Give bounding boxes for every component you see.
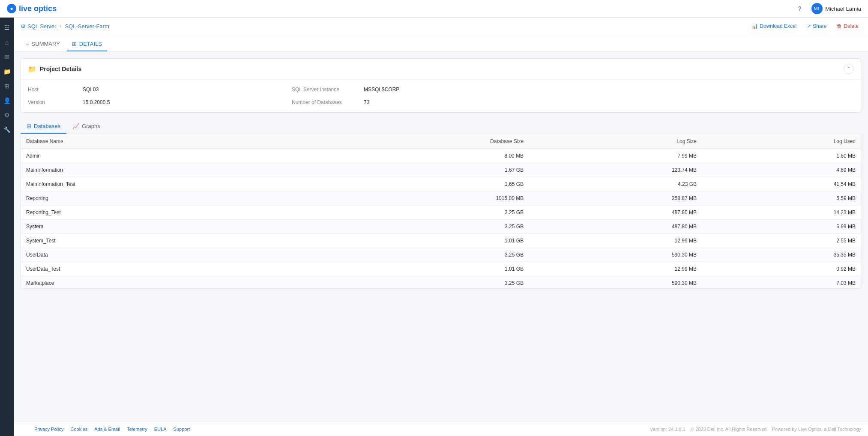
table-row[interactable]: Reporting 1015.00 MB 258.87 MB 5.59 MB xyxy=(21,191,861,206)
cell-db-size: 1.01 GB xyxy=(314,262,529,276)
excel-icon: 📊 xyxy=(751,23,758,29)
cell-log-used: 7.03 MB xyxy=(702,276,861,289)
footer-privacy-policy[interactable]: Privacy Policy xyxy=(34,427,63,432)
footer-ads-email[interactable]: Ads & Email xyxy=(94,427,120,432)
cell-log-used: 14.23 MB xyxy=(702,206,861,220)
cell-log-size: 590.30 MB xyxy=(529,248,702,262)
app-logo[interactable]: ● live optics xyxy=(7,4,57,13)
cell-db-name: Admin xyxy=(21,149,314,163)
footer-telemetry[interactable]: Telemetry xyxy=(127,427,147,432)
table-row[interactable]: System 3.25 GB 487.80 MB 6.99 MB xyxy=(21,220,861,234)
folder-icon: 📁 xyxy=(28,65,36,73)
top-nav-right: ? ML Michael Lamia xyxy=(794,3,861,14)
table-header: Database Name Database Size Log Size Log… xyxy=(21,134,861,149)
share-button[interactable]: ↗ Share xyxy=(804,21,829,31)
sidebar-item-home[interactable]: ⌂ xyxy=(0,36,14,49)
table-row[interactable]: System_Test 1.01 GB 12.99 MB 2.55 MB xyxy=(21,234,861,248)
footer-support[interactable]: Support xyxy=(174,427,190,432)
cell-log-size: 4.23 GB xyxy=(529,177,702,191)
breadcrumb-server-name[interactable]: SQL-Server-Farm xyxy=(65,23,109,30)
table-row[interactable]: Reporting_Test 3.25 GB 487.80 MB 14.23 M… xyxy=(21,206,861,220)
cell-db-name: MainInformation_Test xyxy=(21,177,314,191)
cell-log-size: 123.74 MB xyxy=(529,163,702,177)
cell-db-size: 1.65 GB xyxy=(314,177,529,191)
cell-log-size: 12.99 MB xyxy=(529,262,702,276)
sidebar-item-messages[interactable]: ✉ xyxy=(0,50,14,64)
col-header-size: Database Size xyxy=(314,134,529,149)
footer-eula[interactable]: EULA xyxy=(154,427,167,432)
cell-log-used: 2.55 MB xyxy=(702,234,861,248)
breadcrumb-server-type[interactable]: ⚙ SQL Server xyxy=(21,23,56,30)
cell-log-size: 487.80 MB xyxy=(529,220,702,234)
table-body: Admin 8.00 MB 7.99 MB 1.60 MB MainInform… xyxy=(21,149,861,289)
details-tab-label: DETAILS xyxy=(79,41,102,47)
project-details-grid: Host SQL03 SQL Server Instance MSSQL$COR… xyxy=(21,80,861,112)
sub-tab-graphs[interactable]: 📈 Graphs xyxy=(66,119,106,134)
table-scroll-wrapper[interactable]: Database Name Database Size Log Size Log… xyxy=(21,134,861,288)
project-details-title: Project Details xyxy=(40,66,81,72)
logo-icon: ● xyxy=(7,4,16,13)
empty-value-1 xyxy=(641,85,854,94)
delete-button[interactable]: 🗑 Delete xyxy=(834,21,861,31)
footer-cookies[interactable]: Cookies xyxy=(70,427,87,432)
user-name: Michael Lamia xyxy=(825,6,861,12)
server-type-label: SQL Server xyxy=(27,23,56,30)
help-button[interactable]: ? xyxy=(794,3,805,14)
sql-instance-label: SQL Server Instance xyxy=(292,85,360,94)
cell-log-used: 0.92 MB xyxy=(702,262,861,276)
cell-db-name: MainInformation xyxy=(21,163,314,177)
delete-icon: 🗑 xyxy=(837,23,842,29)
table-row[interactable]: MainInformation_Test 1.65 GB 4.23 GB 41.… xyxy=(21,177,861,191)
host-value: SQL03 xyxy=(79,85,292,94)
cell-log-size: 7.99 MB xyxy=(529,149,702,163)
table-row[interactable]: Marketplace 3.25 GB 590.30 MB 7.03 MB xyxy=(21,276,861,289)
app-title: live optics xyxy=(19,4,57,13)
sidebar-item-expand[interactable]: ☰ xyxy=(0,21,14,35)
cell-db-size: 3.25 GB xyxy=(314,220,529,234)
cell-db-name: Reporting xyxy=(21,191,314,206)
sub-tabs-bar: ⊞ Databases 📈 Graphs xyxy=(21,119,861,134)
project-details-card: 📁 Project Details ⌃ Host SQL03 SQL Serve… xyxy=(21,58,861,113)
cell-db-size: 3.25 GB xyxy=(314,276,529,289)
footer: Privacy Policy Cookies Ads & Email Telem… xyxy=(14,422,868,436)
empty-label-2 xyxy=(573,98,641,107)
breadcrumb-bar: ⚙ SQL Server › SQL-Server-Farm 📊 Downloa… xyxy=(14,18,868,35)
cell-db-size: 1015.00 MB xyxy=(314,191,529,206)
content-area: 📁 Project Details ⌃ Host SQL03 SQL Serve… xyxy=(14,51,868,422)
table-row[interactable]: Admin 8.00 MB 7.99 MB 1.60 MB xyxy=(21,149,861,163)
cell-log-used: 5.59 MB xyxy=(702,191,861,206)
sidebar-item-files[interactable]: 📁 xyxy=(0,65,14,78)
sidebar-item-layers[interactable]: ⊞ xyxy=(0,79,14,93)
details-tab-icon: ⊞ xyxy=(72,41,77,47)
table-row[interactable]: UserData_Test 1.01 GB 12.99 MB 0.92 MB xyxy=(21,262,861,276)
download-excel-button[interactable]: 📊 Download Excel xyxy=(749,21,799,31)
table-row[interactable]: MainInformation 1.67 GB 123.74 MB 4.69 M… xyxy=(21,163,861,177)
cell-db-name: Reporting_Test xyxy=(21,206,314,220)
tabs-bar: ≡ SUMMARY ⊞ DETAILS xyxy=(14,35,868,51)
breadcrumb-separator: › xyxy=(60,23,61,29)
num-db-value: 73 xyxy=(360,98,573,107)
cell-log-used: 1.60 MB xyxy=(702,149,861,163)
sidebar-item-tools[interactable]: 🔧 xyxy=(0,123,14,137)
cell-db-name: UserData_Test xyxy=(21,262,314,276)
tab-details[interactable]: ⊞ DETAILS xyxy=(67,37,107,51)
summary-tab-icon: ≡ xyxy=(26,41,29,47)
user-menu[interactable]: ML Michael Lamia xyxy=(811,3,861,14)
sidebar-item-users[interactable]: 👤 xyxy=(0,94,14,108)
collapse-button[interactable]: ⌃ xyxy=(844,64,854,74)
cell-db-size: 8.00 MB xyxy=(314,149,529,163)
databases-tab-label: Databases xyxy=(34,123,60,129)
sidebar-item-settings[interactable]: ⚙ xyxy=(0,108,14,122)
cell-db-name: System_Test xyxy=(21,234,314,248)
cell-log-size: 590.30 MB xyxy=(529,276,702,289)
cell-db-size: 3.25 GB xyxy=(314,248,529,262)
cell-db-name: System xyxy=(21,220,314,234)
table-row[interactable]: UserData 3.25 GB 590.30 MB 35.35 MB xyxy=(21,248,861,262)
sub-tab-databases[interactable]: ⊞ Databases xyxy=(21,119,66,134)
empty-label-1 xyxy=(573,85,641,94)
col-header-name: Database Name xyxy=(21,134,314,149)
graphs-tab-label: Graphs xyxy=(82,123,100,129)
card-header: 📁 Project Details ⌃ xyxy=(21,59,861,80)
tab-summary[interactable]: ≡ SUMMARY xyxy=(21,37,65,51)
empty-value-2 xyxy=(641,98,854,107)
